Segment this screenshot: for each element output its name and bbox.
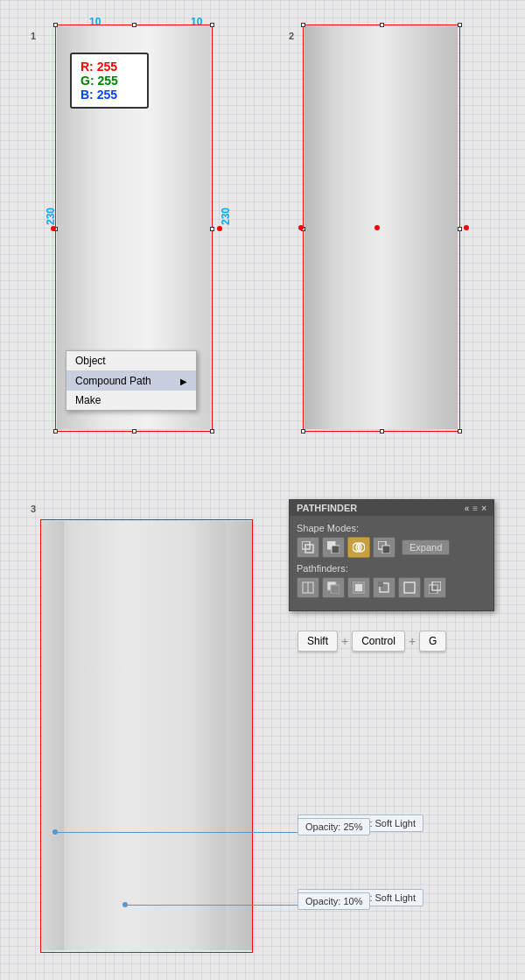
- panel2-red-border: [303, 25, 460, 432]
- svg-rect-16: [404, 582, 415, 593]
- pathfinder-header: PATHFINDER « ≡ ×: [290, 500, 494, 516]
- ctx-label-compound-path: Compound Path: [75, 375, 151, 387]
- pathfinders-row: [297, 577, 486, 598]
- svg-rect-15: [378, 582, 383, 587]
- plus2-symbol: +: [409, 634, 416, 648]
- pf-merge-btn[interactable]: [347, 577, 370, 598]
- ctx-item-object[interactable]: Object: [66, 351, 196, 370]
- handle2-bl: [301, 429, 305, 434]
- shape-modes-label: Shape Modes:: [297, 523, 486, 533]
- handle-tr: [210, 23, 214, 27]
- pf-outline-btn[interactable]: [398, 577, 421, 598]
- ctx-label-make: Make: [75, 394, 101, 406]
- section2-label: 2: [289, 31, 294, 41]
- pf-merge-icon: [353, 582, 365, 594]
- section3-label: 3: [31, 504, 36, 514]
- g-key[interactable]: G: [419, 631, 446, 652]
- plus1-symbol: +: [341, 634, 348, 648]
- handle-bl: [53, 429, 58, 434]
- handle2-tm: [380, 23, 384, 27]
- pf-expand-button[interactable]: Expand: [402, 539, 450, 555]
- rgb-b-value: B: 255: [80, 88, 138, 102]
- pf-outline-icon: [403, 582, 416, 594]
- dot-right2: [464, 225, 469, 230]
- ctx-item-compound-path[interactable]: Compound Path ▶: [66, 371, 196, 391]
- panel3-red-border: [40, 519, 253, 953]
- pathfinder-panel: PATHFINDER « ≡ × Shape Modes:: [289, 499, 494, 611]
- handle2-br: [458, 429, 462, 434]
- annotation-line1: [54, 832, 298, 833]
- dot-left1: [51, 226, 56, 231]
- handle-tl: [53, 23, 58, 27]
- pf-subtract-btn[interactable]: [322, 537, 345, 558]
- dot-center2: [374, 225, 380, 230]
- pathfinder-double-arrow-icon[interactable]: «: [465, 504, 470, 513]
- pathfinder-body: Shape Modes:: [290, 516, 494, 610]
- handle2-bm: [380, 429, 384, 434]
- pf-crop-icon: [378, 582, 390, 594]
- section1-label: 1: [31, 31, 36, 41]
- dot-right1: [217, 226, 222, 231]
- pf-trim-btn[interactable]: [322, 577, 345, 598]
- pf-subtract-icon: [327, 541, 340, 553]
- annotation-line2: [124, 905, 298, 906]
- handle-mr: [210, 227, 214, 231]
- handle-bm: [132, 429, 136, 434]
- handle-br: [210, 429, 214, 434]
- pf-minus-back-icon: [429, 582, 441, 594]
- svg-rect-3: [332, 546, 340, 553]
- pf-exclude-icon: [378, 541, 390, 553]
- svg-rect-11: [331, 585, 340, 594]
- control-key[interactable]: Control: [352, 631, 405, 652]
- pf-divide-icon: [302, 582, 314, 594]
- svg-rect-17: [429, 585, 438, 594]
- shortcut-row: Shift + Control + G: [298, 631, 446, 652]
- pathfinder-menu-icon[interactable]: ≡: [472, 504, 478, 513]
- ctx-arrow-compound: ▶: [180, 377, 187, 386]
- handle2-tl: [301, 23, 305, 27]
- shape-modes-row: Expand: [297, 537, 486, 558]
- dot-left2: [298, 225, 304, 230]
- pf-add-btn[interactable]: [297, 537, 319, 558]
- shift-key[interactable]: Shift: [298, 631, 338, 652]
- pf-exclude-btn[interactable]: [373, 537, 396, 558]
- dim-side-right: 230: [220, 208, 232, 225]
- rgb-g-value: G: 255: [80, 74, 138, 88]
- rgb-r-value: R: 255: [80, 60, 138, 74]
- pathfinder-close-icon[interactable]: ×: [481, 504, 486, 513]
- pf-trim-icon: [327, 582, 340, 594]
- context-menu: Object Compound Path ▶ Make: [66, 350, 197, 411]
- pf-divide-btn[interactable]: [297, 577, 319, 598]
- pf-add-icon: [302, 541, 314, 553]
- pf-crop-btn[interactable]: [373, 577, 396, 598]
- pf-minus-back-btn[interactable]: [424, 577, 446, 598]
- handle2-mr: [458, 227, 462, 231]
- pathfinder-title: PATHFINDER: [297, 503, 357, 513]
- rgb-popup: R: 255 G: 255 B: 255: [70, 53, 149, 109]
- pathfinders-label: Pathfinders:: [297, 563, 486, 574]
- ctx-item-make[interactable]: Make: [66, 391, 196, 410]
- opacity1-label: Opacity: 25%: [298, 818, 370, 835]
- handle2-tr: [458, 23, 462, 27]
- pf-intersect-icon: [353, 541, 365, 553]
- opacity2-label: Opacity: 10%: [298, 892, 370, 910]
- pf-intersect-btn[interactable]: [347, 537, 370, 558]
- svg-rect-13: [355, 584, 362, 591]
- ctx-label-object: Object: [75, 355, 106, 367]
- handle-tm: [132, 23, 136, 27]
- svg-rect-7: [382, 546, 390, 553]
